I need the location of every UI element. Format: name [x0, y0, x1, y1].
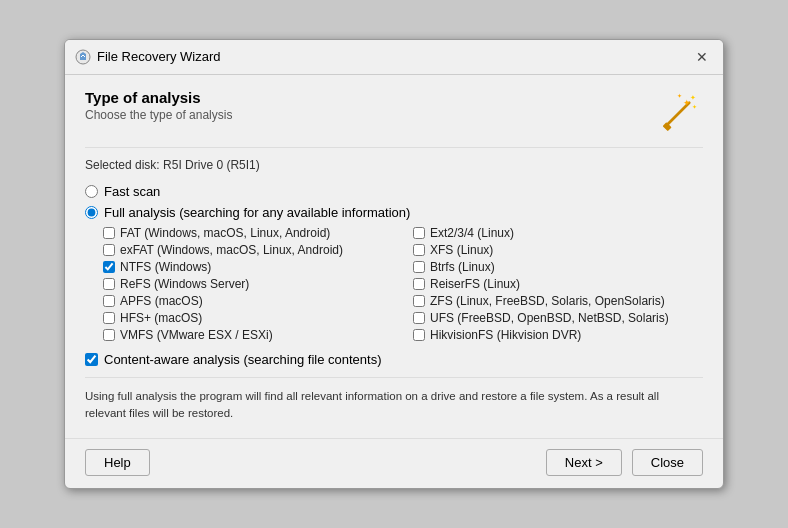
fs-apfs-checkbox[interactable] — [103, 295, 115, 307]
fs-vmfs[interactable]: VMFS (VMware ESX / ESXi) — [103, 328, 393, 342]
fs-xfs-checkbox[interactable] — [413, 244, 425, 256]
dialog-title: File Recovery Wizard — [97, 49, 221, 64]
file-recovery-wizard-dialog: File Recovery Wizard ✕ Type of analysis … — [64, 39, 724, 490]
fs-refs-checkbox[interactable] — [103, 278, 115, 290]
content-aware-label: Content-aware analysis (searching file c… — [104, 352, 381, 367]
close-button[interactable]: ✕ — [691, 46, 713, 68]
fast-scan-option[interactable]: Fast scan — [85, 184, 703, 199]
fs-hikvision-checkbox[interactable] — [413, 329, 425, 341]
fs-btrfs[interactable]: Btrfs (Linux) — [413, 260, 703, 274]
fast-scan-radio[interactable] — [85, 185, 98, 198]
full-analysis-option[interactable]: Full analysis (searching for any availab… — [85, 205, 703, 220]
header-text: Type of analysis Choose the type of anal… — [85, 89, 232, 122]
analysis-type-subtitle: Choose the type of analysis — [85, 108, 232, 122]
fs-zfs-checkbox[interactable] — [413, 295, 425, 307]
fs-ext234-checkbox[interactable] — [413, 227, 425, 239]
footer-close-button[interactable]: Close — [632, 449, 703, 476]
title-bar: File Recovery Wizard ✕ — [65, 40, 723, 75]
full-analysis-radio[interactable] — [85, 206, 98, 219]
fs-hfsplus-checkbox[interactable] — [103, 312, 115, 324]
fs-ntfs[interactable]: NTFS (Windows) — [103, 260, 393, 274]
full-analysis-label: Full analysis (searching for any availab… — [104, 205, 410, 220]
content-aware-option[interactable]: Content-aware analysis (searching file c… — [85, 352, 703, 367]
svg-text:✦: ✦ — [690, 93, 696, 102]
fs-refs[interactable]: ReFS (Windows Server) — [103, 277, 393, 291]
fs-hfsplus[interactable]: HFS+ (macOS) — [103, 311, 393, 325]
description-text: Using full analysis the program will fin… — [85, 377, 703, 423]
next-button[interactable]: Next > — [546, 449, 622, 476]
svg-text:✦: ✦ — [677, 92, 682, 99]
selected-disk-label: Selected disk: R5I Drive 0 (R5I1) — [85, 147, 703, 172]
fs-apfs[interactable]: APFS (macOS) — [103, 294, 393, 308]
fs-vmfs-checkbox[interactable] — [103, 329, 115, 341]
fs-ufs-checkbox[interactable] — [413, 312, 425, 324]
fast-scan-label: Fast scan — [104, 184, 160, 199]
analysis-type-title: Type of analysis — [85, 89, 232, 106]
fs-fat[interactable]: FAT (Windows, macOS, Linux, Android) — [103, 226, 393, 240]
fs-xfs[interactable]: XFS (Linux) — [413, 243, 703, 257]
dialog-content: Type of analysis Choose the type of anal… — [65, 75, 723, 433]
dialog-footer: Help Next > Close — [65, 438, 723, 488]
wizard-wand-icon: ✦ ✦ ✦ ✦ — [657, 89, 703, 135]
fs-exfat[interactable]: exFAT (Windows, macOS, Linux, Android) — [103, 243, 393, 257]
title-bar-left: File Recovery Wizard — [75, 49, 221, 65]
fs-ext234[interactable]: Ext2/3/4 (Linux) — [413, 226, 703, 240]
fs-zfs[interactable]: ZFS (Linux, FreeBSD, Solaris, OpenSolari… — [413, 294, 703, 308]
fs-ufs[interactable]: UFS (FreeBSD, OpenBSD, NetBSD, Solaris) — [413, 311, 703, 325]
svg-text:✦: ✦ — [692, 104, 697, 110]
header-section: Type of analysis Choose the type of anal… — [85, 89, 703, 135]
fs-ntfs-checkbox[interactable] — [103, 261, 115, 273]
fs-exfat-checkbox[interactable] — [103, 244, 115, 256]
help-button[interactable]: Help — [85, 449, 150, 476]
fs-hikvision[interactable]: HikvisionFS (Hikvision DVR) — [413, 328, 703, 342]
fs-reiserfs[interactable]: ReiserFS (Linux) — [413, 277, 703, 291]
fs-reiserfs-checkbox[interactable] — [413, 278, 425, 290]
dialog-icon — [75, 49, 91, 65]
content-aware-checkbox[interactable] — [85, 353, 98, 366]
fs-fat-checkbox[interactable] — [103, 227, 115, 239]
filesystem-grid: FAT (Windows, macOS, Linux, Android) Ext… — [103, 226, 703, 342]
fs-btrfs-checkbox[interactable] — [413, 261, 425, 273]
